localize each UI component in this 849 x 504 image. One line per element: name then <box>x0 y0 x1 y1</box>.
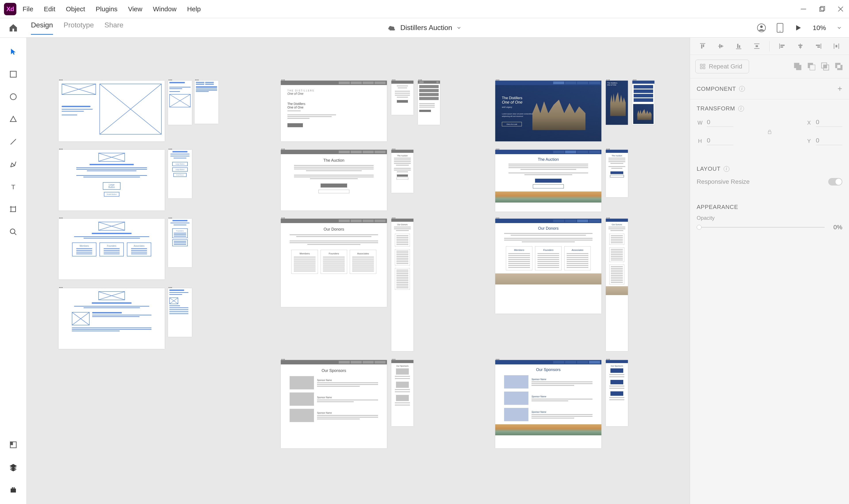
info-icon[interactable]: i <box>738 106 744 111</box>
artboard[interactable]: Our Donors <box>606 219 628 351</box>
artboard-handle[interactable] <box>59 78 64 79</box>
home-button[interactable] <box>0 23 27 33</box>
artboard-handle[interactable] <box>169 216 173 217</box>
artboard[interactable]: Our Sponsors <box>391 360 413 426</box>
artboard-handle[interactable] <box>392 78 396 79</box>
artboard-handle[interactable] <box>169 286 173 287</box>
artboard[interactable] <box>58 80 165 141</box>
select-tool[interactable] <box>8 47 19 57</box>
artboard-handle[interactable] <box>281 357 285 359</box>
zoom-value[interactable]: 10% <box>813 24 826 32</box>
x-input[interactable]: 0 <box>816 119 842 127</box>
play-button[interactable] <box>794 24 802 32</box>
artboard[interactable] <box>58 288 165 349</box>
artboard-handle[interactable] <box>392 147 396 148</box>
lock-icon[interactable] <box>767 129 773 135</box>
artboard-handle[interactable] <box>496 216 500 217</box>
artboard[interactable] <box>194 80 219 124</box>
menu-edit[interactable]: Edit <box>44 5 55 13</box>
height-input[interactable]: 0 <box>707 137 733 145</box>
info-icon[interactable]: i <box>724 166 729 172</box>
artboard[interactable] <box>391 80 413 115</box>
artboard[interactable]: THE DISTILLERS One of One The Distillers… <box>281 80 387 141</box>
artboard-handle[interactable] <box>281 147 285 148</box>
artboard-handle[interactable] <box>59 286 64 287</box>
opacity-slider[interactable] <box>697 227 825 228</box>
menu-help[interactable]: Help <box>187 5 201 13</box>
align-right-icon[interactable] <box>814 42 823 51</box>
close-button[interactable] <box>837 5 845 13</box>
polygon-tool[interactable] <box>8 114 19 125</box>
artboard-handle[interactable] <box>496 357 500 359</box>
artboard[interactable]: Founders <box>168 219 192 267</box>
canvas[interactable]: Large Button Small Button Large Button L… <box>27 38 690 504</box>
artboard-handle[interactable] <box>418 78 423 79</box>
responsive-resize-toggle[interactable] <box>828 178 842 185</box>
artboard[interactable]: Large Button Large Button Small Button <box>168 150 192 198</box>
menu-view[interactable]: View <box>128 5 142 13</box>
menu-file[interactable]: File <box>22 5 33 13</box>
minimize-button[interactable] <box>799 5 808 13</box>
boolean-subtract-icon[interactable] <box>807 61 816 71</box>
tab-design[interactable]: Design <box>31 21 53 35</box>
width-input[interactable]: 0 <box>707 119 733 127</box>
align-hcenter-icon[interactable] <box>796 42 805 51</box>
artboard-handle[interactable] <box>281 216 285 217</box>
artboard-handle[interactable] <box>169 78 173 79</box>
artboard[interactable]: The Auction <box>391 150 413 193</box>
zoom-tool[interactable] <box>8 227 19 237</box>
artboard-handle[interactable] <box>195 78 200 79</box>
artboard-handle[interactable] <box>392 357 396 359</box>
artboard[interactable]: Our Donors Members Founders Associates <box>495 219 601 313</box>
pen-tool[interactable] <box>8 159 19 169</box>
menu-window[interactable]: Window <box>153 5 177 13</box>
maximize-button[interactable] <box>818 5 826 13</box>
artboard[interactable]: The Distillers One of One and Legacy Lor… <box>495 80 601 141</box>
document-title-area[interactable]: Distillers Auction <box>387 24 462 32</box>
layers-panel[interactable] <box>8 462 19 473</box>
artboard[interactable]: The Auction <box>606 150 628 197</box>
text-tool[interactable]: T <box>8 182 19 192</box>
boolean-intersect-icon[interactable] <box>820 61 830 71</box>
artboard[interactable]: Our Sponsors <box>606 360 628 426</box>
menu-object[interactable]: Object <box>66 5 85 13</box>
align-left-icon[interactable] <box>778 42 787 51</box>
artboard[interactable] <box>632 80 655 125</box>
mobile-preview-button[interactable] <box>777 23 783 33</box>
artboard[interactable] <box>168 288 192 337</box>
artboard-handle[interactable] <box>606 78 611 79</box>
artboard[interactable] <box>168 80 192 125</box>
artboard-handle[interactable] <box>281 78 285 79</box>
add-component-button[interactable]: + <box>837 84 842 93</box>
artboard[interactable]: Our Donors Members Founders Associates <box>281 219 387 307</box>
artboard[interactable]: The Auction <box>495 150 601 212</box>
boolean-exclude-icon[interactable] <box>834 61 844 71</box>
ellipse-tool[interactable] <box>8 91 19 102</box>
artboard-handle[interactable] <box>606 147 611 148</box>
y-input[interactable]: 0 <box>816 137 842 145</box>
artboard[interactable]: Our Sponsors Sponsor Name Sponsor Name S… <box>495 360 601 448</box>
artboard-handle[interactable] <box>496 147 500 148</box>
artboard-handle[interactable] <box>59 216 64 217</box>
line-tool[interactable] <box>8 137 19 147</box>
distribute-v-icon[interactable] <box>752 42 761 51</box>
artboard-handle[interactable] <box>606 216 611 217</box>
artboard[interactable]: The Distillers One of One <box>606 80 628 125</box>
artboard[interactable]: Members Founders Associates <box>58 219 165 280</box>
profile-button[interactable] <box>757 23 766 32</box>
menu-plugins[interactable]: Plugins <box>96 5 117 13</box>
chevron-down-icon[interactable] <box>837 25 842 31</box>
artboard[interactable]: Our Sponsors Sponsor Name Sponsor Name S… <box>281 360 387 448</box>
tab-prototype[interactable]: Prototype <box>64 21 94 35</box>
artboard[interactable]: Large Button Small Button <box>58 150 165 211</box>
artboard-handle[interactable] <box>59 147 64 148</box>
assets-panel[interactable] <box>8 439 19 450</box>
artboard-handle[interactable] <box>169 147 173 148</box>
align-vcenter-icon[interactable] <box>716 42 725 51</box>
artboard-handle[interactable] <box>606 357 611 359</box>
align-bottom-icon[interactable] <box>734 42 743 51</box>
artboard[interactable]: Our Donors <box>391 219 413 351</box>
artboard-handle[interactable] <box>392 216 396 217</box>
artboard-handle[interactable] <box>496 78 500 79</box>
opacity-value[interactable]: 0% <box>829 224 842 231</box>
